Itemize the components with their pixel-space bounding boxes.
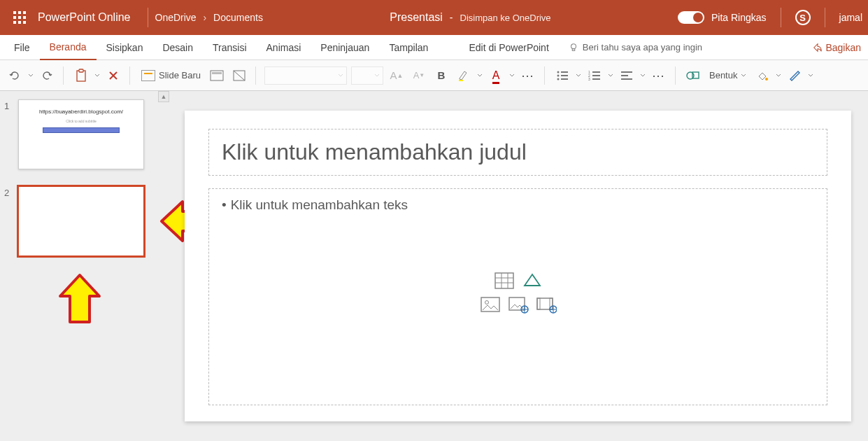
tab-view[interactable]: Tampilan [379, 35, 438, 60]
content-placeholder[interactable]: Klik untuk menambahkan teks [208, 188, 827, 405]
breadcrumb-folder[interactable]: Documents [213, 12, 263, 23]
chevron-down-icon[interactable] [94, 73, 100, 78]
bold-button[interactable]: B [432, 66, 450, 85]
ribbon-tabs: File Beranda Sisipkan Desain Transisi An… [0, 35, 868, 60]
ribbon-commands: Slide Baru A▲ A▼ B A ⋯ 123 ⋯ Bentuk [0, 60, 868, 91]
increase-font-icon[interactable]: A▲ [387, 66, 406, 85]
separator [781, 8, 781, 27]
svg-rect-35 [495, 273, 513, 288]
more-paragraph-options[interactable]: ⋯ [650, 66, 668, 85]
chevron-down-icon[interactable] [640, 73, 646, 78]
share-button[interactable]: Bagikan [813, 42, 861, 53]
undo-button[interactable] [6, 66, 24, 85]
svg-rect-28 [592, 78, 600, 80]
document-name[interactable]: Presentasi [390, 11, 443, 24]
insert-picture-icon[interactable] [480, 295, 501, 314]
shape-outline-button[interactable] [785, 66, 804, 85]
svg-point-19 [557, 74, 559, 76]
chevron-right-icon: › [204, 12, 207, 23]
section-button[interactable] [230, 66, 248, 85]
svg-rect-31 [621, 78, 632, 80]
insert-online-picture-icon[interactable] [508, 295, 529, 314]
shape-fill-button[interactable] [753, 66, 771, 85]
separator [825, 8, 825, 27]
numbering-button[interactable]: 123 [585, 66, 604, 85]
tab-review[interactable]: Peninjauan [311, 35, 379, 60]
title-bar: PowerPoint Online OneDrive › Documents P… [0, 0, 868, 35]
decrease-font-icon[interactable]: A▼ [410, 66, 428, 85]
chevron-down-icon[interactable] [776, 73, 781, 78]
dash: - [450, 12, 453, 23]
svg-rect-4 [18, 16, 21, 19]
chevron-down-icon[interactable] [509, 73, 515, 78]
insert-video-icon[interactable] [536, 295, 557, 314]
svg-point-21 [557, 78, 559, 80]
breadcrumb[interactable]: OneDrive › Documents [155, 12, 263, 23]
slide-thumbnail-2[interactable]: 2 [4, 186, 161, 256]
title-placeholder[interactable]: Klik untuk menambahkan judul [208, 129, 827, 176]
svg-rect-2 [23, 11, 26, 14]
insert-smartart-icon[interactable] [522, 272, 543, 290]
lightbulb-icon [569, 43, 578, 52]
header-right: Pita Ringkas S jamal [678, 8, 862, 27]
thumbnail-selected[interactable] [18, 186, 144, 256]
svg-rect-16 [459, 80, 463, 81]
svg-rect-14 [212, 72, 222, 74]
paste-button[interactable] [72, 66, 90, 85]
slide-thumbnails-panel: ▲ 1 https://buayaberdiri.blogspot.com/ C… [0, 91, 168, 441]
tell-me-search[interactable]: Beri tahu saya apa yang ingin [559, 35, 712, 60]
tab-animations[interactable]: Animasi [257, 35, 311, 60]
svg-point-17 [557, 71, 559, 73]
breadcrumb-root[interactable]: OneDrive [155, 12, 197, 23]
skype-icon[interactable]: S [795, 10, 811, 25]
slide-thumbnail-1[interactable]: 1 https://buayaberdiri.blogspot.com/ Cli… [4, 99, 161, 169]
shapes-icon[interactable] [684, 66, 702, 85]
user-name[interactable]: jamal [839, 12, 862, 23]
svg-point-41 [485, 300, 488, 304]
more-font-options[interactable]: ⋯ [519, 66, 537, 85]
svg-rect-0 [13, 11, 16, 14]
svg-rect-3 [13, 16, 16, 19]
share-icon [813, 43, 823, 52]
highlight-button[interactable] [455, 66, 473, 85]
shapes-button[interactable]: Bentuk [706, 66, 749, 85]
svg-rect-26 [592, 75, 600, 76]
slide-canvas[interactable]: Klik untuk menambahkan judul Klik untuk … [185, 111, 851, 421]
tab-insert[interactable]: Sisipkan [97, 35, 153, 60]
simplified-ribbon-toggle[interactable] [678, 11, 704, 24]
workspace: ▲ 1 https://buayaberdiri.blogspot.com/ C… [0, 91, 868, 441]
chevron-down-icon[interactable] [608, 73, 613, 78]
thumbnail[interactable]: https://buayaberdiri.blogspot.com/ Click… [18, 99, 144, 169]
delete-button[interactable] [104, 66, 122, 85]
svg-rect-5 [23, 16, 26, 19]
align-button[interactable] [618, 66, 636, 85]
insert-table-icon[interactable] [494, 272, 515, 290]
save-status: Disimpan ke OneDrive [460, 13, 551, 23]
svg-text:3: 3 [588, 77, 590, 81]
chevron-down-icon[interactable] [808, 73, 813, 78]
tab-home[interactable]: Beranda [40, 35, 97, 60]
font-color-button[interactable]: A [487, 66, 505, 85]
bullets-button[interactable] [553, 66, 571, 85]
redo-button[interactable] [38, 66, 56, 85]
font-size-select[interactable] [351, 66, 383, 85]
chevron-down-icon[interactable] [477, 73, 483, 78]
svg-rect-40 [481, 298, 499, 312]
app-launcher-icon[interactable] [6, 4, 34, 31]
svg-rect-24 [592, 71, 600, 73]
svg-point-9 [571, 43, 576, 48]
chevron-down-icon[interactable] [28, 73, 34, 78]
tab-file[interactable]: File [4, 35, 40, 60]
new-slide-icon [141, 70, 155, 81]
font-family-select[interactable] [264, 66, 347, 85]
tab-transitions[interactable]: Transisi [203, 35, 257, 60]
slide-number: 1 [4, 99, 13, 111]
thumb-shape [43, 127, 120, 133]
chevron-down-icon[interactable] [576, 73, 581, 78]
new-slide-button[interactable]: Slide Baru [138, 66, 204, 85]
tab-design[interactable]: Desain [152, 35, 203, 60]
svg-rect-30 [621, 75, 628, 76]
edit-in-desktop[interactable]: Edit di PowerPoint [459, 35, 558, 60]
chevron-down-icon [741, 73, 746, 78]
layout-button[interactable] [208, 66, 226, 85]
